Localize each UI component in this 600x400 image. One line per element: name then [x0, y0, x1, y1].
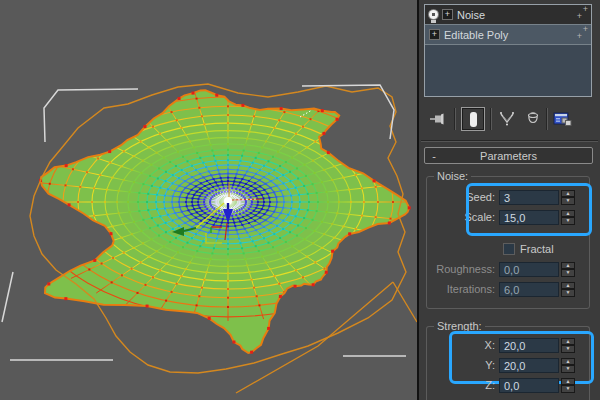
- spinner-down-icon[interactable]: [561, 365, 575, 373]
- parameters-rollout-header[interactable]: - Parameters: [424, 147, 593, 164]
- spinner-up-icon: [561, 282, 575, 290]
- spinner-down-icon[interactable]: [561, 217, 575, 225]
- modifier-onoff-lightbulb-icon[interactable]: [429, 10, 438, 19]
- viewport-canvas[interactable]: [0, 0, 417, 400]
- roughness-label: Roughness:: [419, 263, 499, 275]
- strength-x-input[interactable]: 20,0: [499, 338, 559, 353]
- rollout-collapse-icon[interactable]: -: [425, 150, 443, 162]
- seed-label: Seed:: [419, 191, 499, 203]
- strength-y-row: Y: 20,0: [419, 357, 600, 373]
- command-panel: Noise Editable Poly: [417, 0, 600, 400]
- strength-z-label: Z:: [419, 379, 499, 391]
- 3d-viewport[interactable]: [0, 0, 417, 400]
- row-grip-icon: [575, 5, 589, 24]
- rollout-title: Parameters: [443, 150, 592, 162]
- stack-item-label: Editable Poly: [444, 25, 508, 45]
- fractal-checkbox[interactable]: [503, 243, 515, 255]
- spinner-up-icon: [561, 262, 575, 270]
- iterations-label: Iterations:: [419, 283, 499, 295]
- iterations-spinner: [561, 282, 575, 297]
- fractal-label: Fractal: [520, 243, 554, 255]
- scale-label: Scale:: [419, 211, 499, 223]
- strength-group-label: Strength:: [434, 320, 485, 332]
- strength-z-spinner[interactable]: [561, 378, 575, 393]
- toolbar-separator: [490, 108, 492, 130]
- strength-y-label: Y:: [419, 359, 499, 371]
- configure-modifier-sets-icon: [553, 111, 573, 127]
- pushpin-icon: [429, 112, 449, 126]
- spinner-down-icon[interactable]: [561, 197, 575, 205]
- strength-x-label: X:: [419, 339, 499, 351]
- roughness-row: Roughness: 0,0: [419, 261, 600, 277]
- remove-modifier-button[interactable]: [525, 111, 541, 127]
- stack-item-editable-poly[interactable]: Editable Poly: [425, 25, 591, 45]
- roughness-spinner: [561, 262, 575, 277]
- strength-z-row: Z: 0,0: [419, 377, 600, 393]
- strength-x-row: X: 20,0: [419, 337, 600, 353]
- trash-icon: [525, 111, 541, 127]
- make-unique-icon: [497, 111, 517, 127]
- modifier-stack-toolbar: [421, 103, 600, 135]
- spinner-up-icon[interactable]: [561, 338, 575, 346]
- strength-y-spinner[interactable]: [561, 358, 575, 373]
- iterations-row: Iterations: 6,0: [419, 281, 600, 297]
- spinner-up-icon[interactable]: [561, 190, 575, 198]
- spinner-down-icon[interactable]: [561, 345, 575, 353]
- stack-item-noise[interactable]: Noise: [425, 5, 591, 25]
- noise-group-label: Noise:: [434, 170, 471, 182]
- configure-modifier-sets-button[interactable]: [553, 111, 573, 127]
- pin-stack-button[interactable]: [429, 112, 449, 126]
- strength-y-input[interactable]: 20,0: [499, 358, 559, 373]
- strength-x-spinner[interactable]: [561, 338, 575, 353]
- spinner-down-icon: [561, 269, 575, 277]
- stack-item-label: Noise: [457, 5, 485, 25]
- toolbar-separator: [454, 108, 456, 130]
- show-end-result-button[interactable]: [461, 107, 485, 131]
- expand-plus-icon[interactable]: [429, 29, 440, 40]
- strength-z-input[interactable]: 0,0: [499, 378, 559, 393]
- scale-spinner[interactable]: [561, 210, 575, 225]
- spinner-down-icon: [561, 289, 575, 297]
- seed-input[interactable]: 3: [499, 190, 559, 205]
- toolbar-separator: [546, 108, 548, 130]
- expand-plus-icon[interactable]: [442, 9, 453, 20]
- spinner-up-icon[interactable]: [561, 210, 575, 218]
- scale-row: Scale: 15,0: [419, 209, 600, 225]
- fractal-row: Fractal: [419, 241, 600, 257]
- spinner-up-icon[interactable]: [561, 378, 575, 386]
- iterations-input: 6,0: [499, 282, 559, 297]
- scale-input[interactable]: 15,0: [499, 210, 559, 225]
- row-grip-icon: [575, 25, 589, 44]
- spinner-down-icon[interactable]: [561, 385, 575, 393]
- seed-spinner[interactable]: [561, 190, 575, 205]
- seed-row: Seed: 3: [419, 189, 600, 205]
- make-unique-button[interactable]: [497, 111, 517, 127]
- roughness-input: 0,0: [499, 262, 559, 277]
- show-end-result-icon: [470, 112, 477, 127]
- spinner-up-icon[interactable]: [561, 358, 575, 366]
- modifier-stack-list[interactable]: Noise Editable Poly: [424, 4, 592, 97]
- panel-divider: [421, 140, 598, 142]
